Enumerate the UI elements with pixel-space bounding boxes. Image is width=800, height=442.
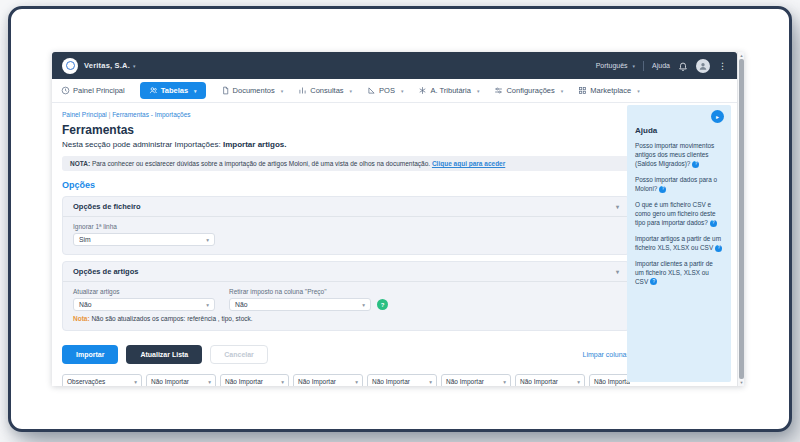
help-link[interactable]: Ajuda	[652, 62, 670, 69]
browser-window: Veritas, S.A. ▾ Português ▾ Ajuda ⋮ Pain…	[8, 6, 792, 432]
chevron-down-icon: ▾	[577, 379, 580, 385]
sliders-icon	[494, 86, 503, 95]
tributaria-icon	[418, 86, 427, 95]
help-item[interactable]: Importar clientes a partir de um ficheir…	[635, 260, 723, 287]
help-item[interactable]: Posso importar dados para o Moloni??	[635, 176, 723, 194]
nav-consultas[interactable]: Consultas ▾	[298, 86, 352, 95]
chevron-down-icon: ▾	[350, 88, 353, 94]
scroll-up-arrow-icon[interactable]: ▲	[738, 52, 745, 59]
chevron-down-icon: ▾	[633, 63, 636, 69]
help-item[interactable]: Posso importar movimentos antigos dos me…	[635, 142, 723, 169]
user-avatar[interactable]	[696, 59, 710, 73]
main-column: Painel Principal | Ferramentas - Importa…	[62, 111, 630, 386]
ignore-first-line-select[interactable]: Sim ▾	[73, 233, 215, 246]
people-icon	[149, 86, 158, 95]
import-button[interactable]: Importar	[62, 345, 118, 364]
remove-tax-label: Retirar imposto na coluna "Preço"	[229, 288, 388, 295]
action-buttons: Importar Atualizar Lista Cancelar Limpar…	[62, 345, 630, 364]
top-bar: Veritas, S.A. ▾ Português ▾ Ajuda ⋮	[52, 52, 737, 79]
company-logo-icon	[62, 58, 78, 74]
angle-ruler-icon	[367, 86, 376, 95]
language-selector[interactable]: Português ▾	[596, 62, 635, 69]
chevron-down-icon: ▾	[401, 88, 404, 94]
nota-label: NOTA:	[70, 160, 90, 167]
help-item[interactable]: O que é um ficheiro CSV e como gero um f…	[635, 201, 723, 228]
question-badge-icon[interactable]: ?	[659, 186, 666, 193]
help-badge-icon[interactable]: ?	[377, 299, 388, 310]
article-options-note: Nota: Não são atualizados os campos: ref…	[73, 315, 619, 322]
question-badge-icon[interactable]: ?	[715, 245, 722, 252]
chevron-down-icon: ▾	[561, 88, 564, 94]
chevron-down-icon: ▾	[206, 237, 209, 243]
chevron-down-icon: ▾	[355, 379, 358, 385]
question-badge-icon[interactable]: ?	[692, 161, 699, 168]
chevron-down-icon: ▾	[133, 63, 136, 69]
main-navigation: Painel Principal Tabelas ▾ Documentos ▾ …	[52, 79, 737, 103]
file-options-panel: Opções de ficheiro ▾ Ignorar 1ª linha Si…	[62, 196, 630, 255]
update-articles-field: Atualizar artigos Não ▾	[73, 288, 215, 311]
nav-painel-principal[interactable]: Painel Principal	[61, 86, 125, 95]
chevron-down-icon: ▾	[206, 302, 209, 308]
chevron-down-icon: ▾	[477, 88, 480, 94]
article-options-panel: Opções de artigos ▾ Atualizar artigos Nã…	[62, 261, 630, 331]
mapping-select-5[interactable]: Não Importar▾	[367, 374, 437, 386]
cancel-button[interactable]: Cancelar	[210, 345, 268, 364]
remove-tax-select[interactable]: Não ▾	[229, 298, 371, 311]
chevron-down-icon: ▾	[134, 379, 137, 385]
column-mapping-row: Observações▾ Não Importar▾ Não Importar▾…	[62, 374, 630, 386]
chevron-down-icon: ▾	[208, 379, 211, 385]
help-title: Ajuda	[635, 126, 723, 135]
scrollbar-thumb[interactable]	[739, 59, 744, 379]
chevron-down-icon: ▾	[616, 203, 619, 210]
nav-pos[interactable]: POS ▾	[367, 86, 403, 95]
chevron-down-icon: ▾	[616, 268, 619, 275]
company-name[interactable]: Veritas, S.A.	[84, 61, 130, 70]
refresh-list-button[interactable]: Atualizar Lista	[126, 345, 202, 364]
file-options-header[interactable]: Opções de ficheiro ▾	[63, 197, 629, 217]
chevron-down-icon: ▾	[194, 88, 197, 94]
mapping-select-3[interactable]: Não Importar▾	[220, 374, 289, 386]
help-panel: ▸ Ajuda Posso importar movimentos antigo…	[627, 105, 731, 382]
clock-icon	[61, 86, 70, 95]
vertical-scrollbar[interactable]: ▲ ▼	[737, 52, 744, 386]
grid-icon	[578, 86, 587, 95]
mapping-select-6[interactable]: Não Importar▾	[441, 374, 511, 386]
remove-tax-field: Retirar imposto na coluna "Preço" Não ▾ …	[229, 288, 388, 311]
content-area: Painel Principal | Ferramentas - Importa…	[52, 103, 737, 386]
documentation-link[interactable]: Clique aqui para aceder	[432, 160, 505, 167]
breadcrumb-ferramentas-importacoes[interactable]: Ferramentas - Importações	[112, 111, 190, 118]
chevron-down-icon: ▾	[362, 302, 365, 308]
mapping-select-1[interactable]: Observações▾	[62, 374, 142, 386]
question-badge-icon[interactable]: ?	[650, 278, 657, 285]
nav-marketplace[interactable]: Marketplace ▾	[578, 86, 639, 95]
chevron-down-icon: ▾	[503, 379, 506, 385]
question-badge-icon[interactable]: ?	[710, 220, 717, 227]
divider	[643, 61, 644, 71]
nav-configuracoes[interactable]: Configurações ▾	[494, 86, 563, 95]
nav-a-tributaria[interactable]: A. Tributária ▾	[418, 86, 479, 95]
chevron-down-icon: ▾	[281, 379, 284, 385]
clear-columns-link[interactable]: Limpar colunas	[583, 351, 630, 358]
mapping-select-8[interactable]: Não Importar▾	[589, 374, 630, 386]
chevron-down-icon: ▾	[637, 88, 640, 94]
chevron-down-icon: ▾	[281, 88, 284, 94]
mapping-select-4[interactable]: Não Importar▾	[293, 374, 363, 386]
chevron-down-icon: ▾	[429, 379, 432, 385]
scroll-down-arrow-icon[interactable]: ▼	[738, 379, 745, 386]
help-item[interactable]: Importar artigos a partir de um ficheiro…	[635, 235, 723, 253]
page-title: Ferramentas	[62, 123, 630, 137]
nav-tabelas[interactable]: Tabelas ▾	[140, 82, 206, 99]
collapse-help-button[interactable]: ▸	[711, 110, 724, 123]
mapping-select-2[interactable]: Não Importar▾	[146, 374, 216, 386]
ignore-first-line-label: Ignorar 1ª linha	[73, 223, 619, 230]
update-articles-select[interactable]: Não ▾	[73, 298, 215, 311]
breadcrumb-painel-principal[interactable]: Painel Principal	[62, 111, 107, 118]
mapping-select-7[interactable]: Não Importar▾	[515, 374, 585, 386]
article-options-header[interactable]: Opções de artigos ▾	[63, 262, 629, 282]
bell-icon[interactable]	[678, 61, 688, 71]
page-subtitle: Nesta secção pode administrar Importaçõe…	[62, 140, 630, 149]
more-options-icon[interactable]: ⋮	[718, 61, 727, 71]
nav-documentos[interactable]: Documentos ▾	[221, 86, 284, 95]
breadcrumb: Painel Principal | Ferramentas - Importa…	[62, 111, 630, 118]
nota-banner: NOTA: Para conhecer ou esclarecer dúvida…	[62, 156, 630, 171]
